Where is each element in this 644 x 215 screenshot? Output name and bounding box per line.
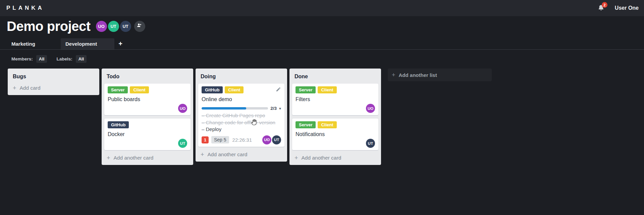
board-tabs: Marketing Development + — [0, 38, 644, 50]
card-name: Online demo — [202, 96, 281, 102]
card-labels: Server Client — [296, 121, 375, 128]
tab-label: Development — [65, 41, 97, 47]
notifications-button[interactable]: 2 — [597, 4, 605, 12]
chevron-down-icon[interactable]: ▾ — [279, 106, 281, 111]
add-card-button[interactable]: + Add another card — [104, 154, 191, 162]
notification-count-badge: 2 — [602, 2, 607, 8]
tab-marketing[interactable]: Marketing — [7, 38, 61, 49]
tab-development[interactable]: Development — [61, 38, 114, 49]
label-chip: Client — [225, 86, 244, 93]
plus-icon: + — [107, 155, 110, 161]
bell-icon — [597, 7, 605, 13]
avatar[interactable]: UT — [178, 139, 187, 148]
list-title[interactable]: Bugs — [10, 71, 97, 84]
task-text: Deploy — [206, 126, 222, 132]
label-chip: GitHub — [108, 121, 129, 128]
dash-icon: – — [202, 120, 206, 125]
add-card-button[interactable]: + Add another card — [292, 154, 378, 162]
dash-icon: – — [202, 126, 206, 132]
avatar[interactable]: UT — [366, 139, 375, 148]
card-labels: GitHub Client — [202, 86, 281, 93]
due-date-badge[interactable]: Sep 5 — [211, 136, 229, 143]
label-chip: Client — [130, 86, 149, 93]
card-name: Filters — [296, 96, 375, 102]
label-chip: Client — [318, 86, 336, 93]
card-docker[interactable]: GitHub Docker UT — [104, 119, 191, 150]
timer-badge[interactable]: 22:26:31 — [232, 137, 252, 143]
card-footer: 1 Sep 5 22:26:31 UO UT — [202, 135, 281, 144]
card-filters[interactable]: Server Client Filters UO — [292, 84, 378, 115]
edit-card-button[interactable] — [276, 87, 281, 93]
list-title[interactable]: Done — [292, 71, 378, 84]
user-menu[interactable]: User One — [615, 5, 639, 11]
card-notifications[interactable]: Server Client Notifications UT — [292, 119, 378, 150]
avatar[interactable]: UO — [178, 104, 187, 113]
card-labels: GitHub — [108, 121, 187, 128]
card-members: UO — [296, 104, 375, 113]
card-members: UO UT — [262, 135, 281, 144]
card-members: UT — [296, 139, 375, 148]
task-item: – Deploy — [202, 126, 281, 133]
task-list: – Create GitHub Pages repo – Change code… — [202, 112, 281, 133]
task-text: Change code for offline version — [206, 120, 275, 125]
task-item: – Change code for offline version — [202, 119, 281, 126]
card-members: UT — [108, 139, 187, 148]
project-title[interactable]: Demo project — [7, 19, 91, 33]
add-member-button[interactable] — [134, 21, 145, 32]
card-name: Notifications — [296, 131, 375, 137]
avatar[interactable]: UO — [96, 21, 107, 32]
labels-filter-label: Labels: — [56, 56, 72, 61]
tasks-progress: 2/3 ▾ — [202, 106, 281, 111]
plus-icon: + — [118, 40, 122, 48]
list-todo: Todo Server Client Public boards UO GitH… — [102, 69, 193, 165]
plus-icon: + — [392, 72, 395, 78]
project-members: UO UT UT — [96, 21, 145, 32]
label-chip: GitHub — [202, 86, 223, 93]
add-card-label: Add another card — [208, 152, 248, 158]
label-chip: Server — [108, 86, 128, 93]
card-public-boards[interactable]: Server Client Public boards UO — [104, 84, 191, 115]
avatar[interactable]: UT — [272, 135, 281, 144]
add-card-label: Add card — [20, 85, 41, 91]
labels-filter-value[interactable]: All — [76, 55, 87, 63]
pencil-icon — [276, 87, 281, 93]
label-chip: Server — [296, 121, 316, 128]
task-text: Create GitHub Pages repo — [206, 113, 265, 118]
avatar[interactable]: UT — [120, 21, 131, 32]
progress-bar — [202, 107, 268, 110]
plus-icon: + — [13, 85, 16, 91]
filter-bar: Members: All Labels: All — [11, 54, 87, 63]
avatar[interactable]: UO — [262, 135, 271, 144]
add-user-icon — [137, 23, 143, 30]
avatar[interactable]: UT — [108, 21, 119, 32]
add-card-label: Add another card — [302, 155, 341, 161]
tab-label: Marketing — [11, 41, 35, 47]
project-header: Demo project UO UT UT — [7, 19, 145, 33]
progress-label: 2/3 — [270, 106, 277, 111]
label-chip: Server — [296, 86, 316, 93]
members-filter-value[interactable]: All — [36, 55, 47, 63]
app: PLANKA 2 User One Demo project UO UT UT — [0, 0, 644, 215]
list-title[interactable]: Doing — [198, 71, 284, 84]
topbar-right: 2 User One — [597, 4, 644, 12]
progress-fill — [202, 107, 246, 110]
add-list-button[interactable]: + Add another list — [388, 69, 492, 81]
dash-icon: – — [202, 113, 206, 118]
members-filter-label: Members: — [11, 56, 33, 61]
add-card-button[interactable]: + Add card — [10, 84, 97, 92]
card-online-demo[interactable]: GitHub Client Online demo 2/3 ▾ — [198, 84, 284, 147]
plus-icon: + — [294, 155, 298, 161]
add-card-button[interactable]: + Add another card — [198, 150, 284, 159]
board: Bugs + Add card Todo Server Client Publi… — [8, 69, 644, 215]
add-board-button[interactable]: + — [114, 38, 126, 49]
list-bugs: Bugs + Add card — [8, 69, 99, 95]
card-labels: Server Client — [108, 86, 187, 93]
list-done: Done Server Client Filters UO Server Cli… — [289, 69, 381, 165]
add-list-label: Add another list — [399, 72, 437, 78]
avatar[interactable]: UO — [366, 104, 375, 113]
planka-logo[interactable]: PLANKA — [0, 5, 44, 11]
card-members: UO — [108, 104, 187, 113]
list-doing: Doing GitHub Client Online demo — [196, 69, 287, 162]
list-title[interactable]: Todo — [104, 71, 191, 84]
add-card-label: Add another card — [114, 155, 154, 161]
